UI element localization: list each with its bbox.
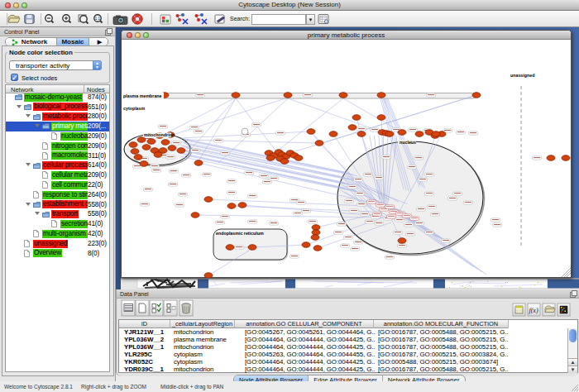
- svg-text:1:1: 1:1: [95, 17, 101, 21]
- svg-text:nucleus: nucleus: [400, 140, 416, 145]
- svg-text:unassigned: unassigned: [510, 73, 534, 78]
- svg-text:plasma membrane: plasma membrane: [123, 93, 162, 98]
- svg-text:endoplasmic reticulum: endoplasmic reticulum: [216, 231, 264, 236]
- svg-text:mitochondrion: mitochondrion: [144, 132, 175, 137]
- svg-text:f(x): f(x): [529, 307, 538, 314]
- svg-text:cytoplasm: cytoplasm: [123, 106, 145, 111]
